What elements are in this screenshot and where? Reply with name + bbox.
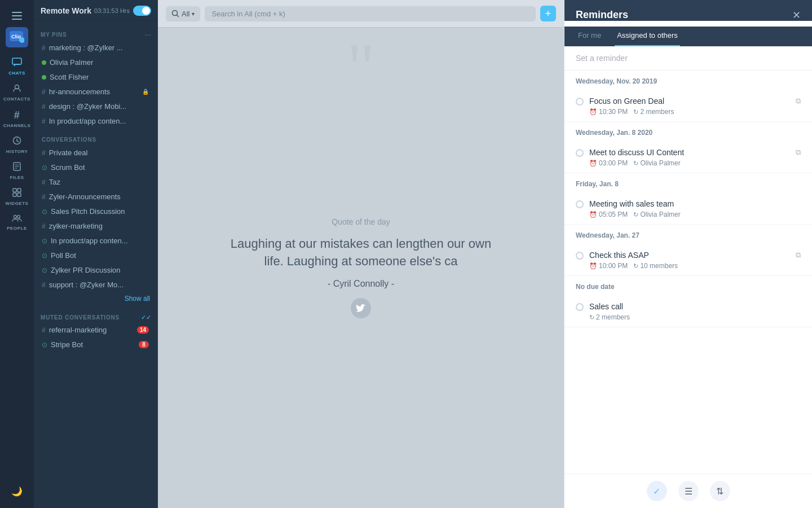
nav-item-channels[interactable]: # CHANNELS <box>0 105 34 130</box>
nav-item-files[interactable]: FILES <box>0 157 34 182</box>
reminder-item-3: Meeting with sales team ⏰ 05:05 PM ↻ Oli… <box>564 194 812 225</box>
close-panel-button[interactable]: ✕ <box>792 10 801 20</box>
pin-item-scott[interactable]: Scott Fisher <box>36 70 156 84</box>
pin-item-olivia[interactable]: Olivia Palmer <box>36 55 156 69</box>
new-message-button[interactable]: + <box>540 6 556 21</box>
conversations-section: Conversations # Private deal ⊙ Scrum Bot… <box>34 129 158 305</box>
theme-toggle-icon[interactable]: 🌙 <box>11 486 23 497</box>
conv-item-taz[interactable]: # Taz <box>36 175 156 189</box>
nav-item-people[interactable]: PEOPLE <box>0 209 34 233</box>
reminder-input-area[interactable] <box>564 46 812 71</box>
hamburger-menu[interactable] <box>6 6 28 26</box>
pin-item-text: Scott Fisher <box>50 73 149 81</box>
main-content: " Quote of the day Laughing at our mista… <box>158 28 564 508</box>
people-icon <box>12 214 22 224</box>
tab-assigned-to-others[interactable]: Assigned to others <box>615 27 680 46</box>
reminder-complete-dot[interactable] <box>576 200 584 208</box>
reminder-complete-dot[interactable] <box>576 252 584 260</box>
online-status-dot <box>42 75 46 80</box>
my-pins-more-icon[interactable]: ··· <box>144 30 151 39</box>
search-input-wrap[interactable]: Search in All (cmd + k) <box>205 6 536 21</box>
conv-item-text: Zylker PR Discussion <box>51 266 149 274</box>
muted-title: Muted Conversations <box>41 314 120 321</box>
reminder-title-5: Sales call <box>589 302 801 311</box>
filter-label: All <box>182 10 189 18</box>
conv-item-text: Scrum Bot <box>51 163 149 172</box>
sidebar: Remote Work 03:31:53 Hrs My Pins ··· # m… <box>34 0 158 508</box>
reminder-complete-dot[interactable] <box>576 98 584 106</box>
conv-item-zylker-mkt[interactable]: # zylker-marketing <box>36 219 156 233</box>
conv-item-private[interactable]: # Private deal <box>36 146 156 160</box>
remote-work-toggle[interactable] <box>133 6 151 16</box>
muted-item-referral[interactable]: # referral-marketing 14 <box>36 323 156 337</box>
sort-button[interactable]: ⇅ <box>710 481 730 501</box>
group-icon: ↻ <box>589 314 594 321</box>
group-icon: ↻ <box>633 108 638 116</box>
main-area: All ▾ Search in All (cmd + k) + " Quote … <box>158 0 564 508</box>
reminder-complete-dot[interactable] <box>576 149 584 157</box>
nav-widgets-label: WIDGETS <box>6 201 29 206</box>
reminder-info-2: Meet to discuss UI Content ⏰ 03:00 PM ↻ … <box>589 148 790 167</box>
conv-item-announcements[interactable]: # Zyler-Announcements <box>36 190 156 204</box>
reminder-title-1: Focus on Green Deal <box>589 97 790 106</box>
conv-item-inproduct[interactable]: ⊙ In product/app conten... <box>36 234 156 248</box>
external-link-icon[interactable]: ⧉ <box>796 251 801 260</box>
external-link-icon[interactable]: ⧉ <box>796 148 801 157</box>
pin-item-product[interactable]: # In product/app conten... <box>36 114 156 128</box>
pin-item-text: Olivia Palmer <box>50 58 149 67</box>
reminder-item-1: Focus on Green Deal ⏰ 10:30 PM ↻ 2 membe… <box>564 91 812 122</box>
twitter-share-icon[interactable] <box>351 298 371 318</box>
pin-item-design[interactable]: # design : @Zyker Mobi... <box>36 99 156 113</box>
conv-item-support[interactable]: # support : @Zyker Mo... <box>36 278 156 292</box>
nav-contacts-label: CONTACTS <box>3 97 30 102</box>
panel-header: Reminders ✕ <box>564 0 812 21</box>
reminder-meta-1: ⏰ 10:30 PM ↻ 2 members <box>589 108 790 116</box>
bot-icon: ⊙ <box>42 341 47 349</box>
svg-rect-13 <box>17 193 21 196</box>
channels-icon: # <box>14 110 20 121</box>
quote-decoration: " <box>347 34 375 102</box>
bot-icon: ⊙ <box>42 252 47 260</box>
svg-rect-1 <box>12 15 22 16</box>
pin-item-hr[interactable]: # hr-announcements 🔒 <box>36 85 156 99</box>
reminder-complete-dot[interactable] <box>576 303 584 311</box>
my-pins-title: My Pins <box>41 32 67 38</box>
unread-badge: 14 <box>137 326 149 334</box>
bot-icon: ⊙ <box>42 208 47 216</box>
tab-for-me[interactable]: For me <box>576 27 603 46</box>
svg-rect-6 <box>12 58 21 64</box>
reminders-list: Wednesday, Nov. 20 2019 Focus on Green D… <box>564 71 812 474</box>
search-icon <box>171 10 179 17</box>
nav-item-widgets[interactable]: WIDGETS <box>0 183 34 208</box>
filter-list-button[interactable]: ☰ <box>678 481 699 501</box>
lock-icon: 🔒 <box>142 89 149 95</box>
app-logo: Cliq <box>6 27 28 47</box>
reminder-assignee-4: ↻ 10 members <box>633 262 678 270</box>
nav-item-history[interactable]: HISTORY <box>0 132 34 156</box>
widgets-icon <box>12 188 21 199</box>
reminder-info-1: Focus on Green Deal ⏰ 10:30 PM ↻ 2 membe… <box>589 97 790 116</box>
conv-item-text: Poll Bot <box>51 251 149 260</box>
conv-item-sales-pitch[interactable]: ⊙ Sales Pitch Discussion <box>36 204 156 218</box>
nav-item-chats[interactable]: CHATS <box>0 53 34 78</box>
reminder-input-field[interactable] <box>576 54 801 63</box>
pin-item-marketing[interactable]: # marketing : @Zylker ... <box>36 41 156 55</box>
conv-item-pr[interactable]: ⊙ Zylker PR Discussion <box>36 263 156 277</box>
show-all-link[interactable]: Show all <box>34 292 158 305</box>
muted-item-stripe[interactable]: ⊙ Stripe Bot 8 <box>36 338 156 352</box>
panel-title: Reminders <box>576 9 628 21</box>
conv-item-scrum[interactable]: ⊙ Scrum Bot <box>36 160 156 174</box>
reminder-assignee-5: ↻ 2 members <box>589 313 630 321</box>
reminder-info-5: Sales call ↻ 2 members <box>589 302 801 321</box>
nav-item-contacts[interactable]: CONTACTS <box>0 79 34 104</box>
search-filter-dropdown[interactable]: All ▾ <box>166 6 200 21</box>
pin-item-text: marketing : @Zylker ... <box>49 43 149 52</box>
external-link-icon[interactable]: ⧉ <box>796 97 801 106</box>
date-label-4: Wednesday, Jan. 27 <box>576 231 801 243</box>
workspace-name: Remote Work <box>41 6 91 15</box>
conv-item-poll[interactable]: ⊙ Poll Bot <box>36 248 156 262</box>
reminder-meta-3: ⏰ 05:05 PM ↻ Olivia Palmer <box>589 211 801 218</box>
date-section-4: Wednesday, Jan. 27 <box>564 225 812 245</box>
pin-item-text: hr-announcements <box>49 87 139 96</box>
filter-complete-button[interactable]: ✓ <box>647 481 667 501</box>
